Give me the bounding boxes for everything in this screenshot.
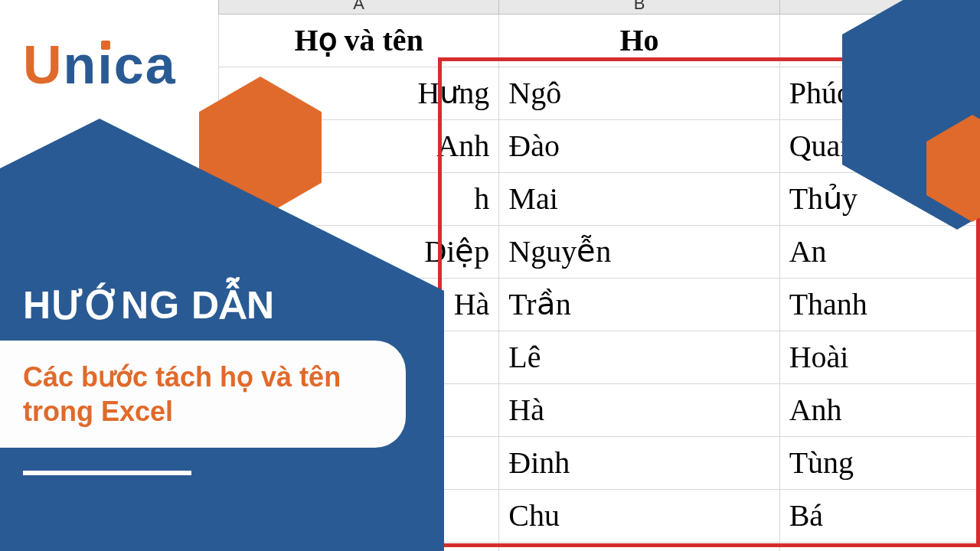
- col-letter-a: A: [219, 0, 499, 15]
- table-row: hMaiThủy: [219, 173, 981, 226]
- column-letter-row: A B C: [219, 0, 981, 15]
- subtitle-pill: Các bước tách họ và tên trong Excel: [0, 341, 406, 448]
- subtitle-text: Các bước tách họ và tên trong Excel: [23, 360, 383, 429]
- header-b: Ho: [499, 15, 779, 67]
- underline-accent: [23, 471, 191, 475]
- col-letter-b: B: [499, 0, 779, 15]
- unica-logo: Unıca: [23, 34, 177, 96]
- header-a: Họ và tên: [219, 15, 499, 67]
- tutorial-heading: HƯỚNG DẪN: [23, 283, 275, 328]
